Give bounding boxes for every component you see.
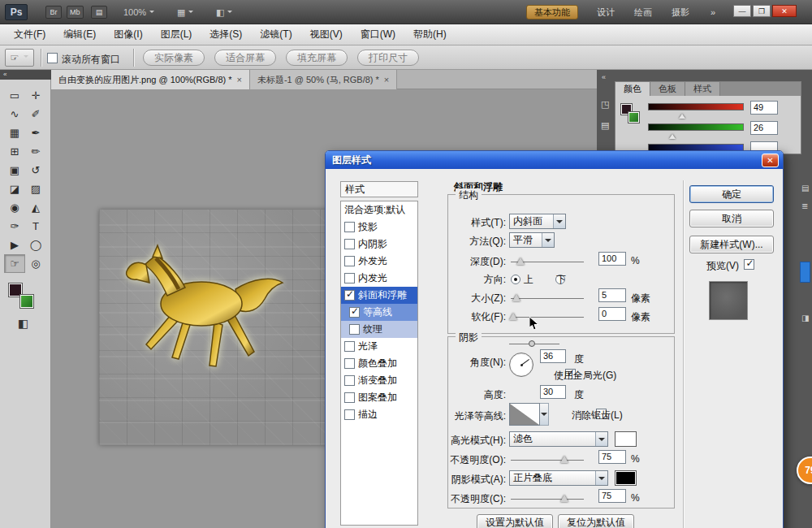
style-item-satin[interactable]: 光泽	[341, 338, 417, 355]
quick-selection-tool-icon[interactable]: ✐	[25, 105, 46, 123]
menu-window[interactable]: 窗口(W)	[352, 24, 404, 45]
menu-edit[interactable]: 编辑(E)	[54, 24, 105, 45]
zoom-level-dropdown[interactable]: 100%	[123, 7, 154, 17]
green-channel-slider[interactable]	[648, 123, 744, 131]
altitude-value-field[interactable]: 30	[540, 385, 566, 399]
dock-menu-icon[interactable]: ≣	[801, 201, 808, 210]
size-slider-handle[interactable]	[512, 294, 520, 301]
lasso-tool-icon[interactable]: ∿	[4, 105, 25, 123]
checkbox[interactable]	[344, 290, 355, 301]
bevel-style-dropdown[interactable]: 内斜面	[509, 214, 566, 229]
style-item-contour[interactable]: 等高线	[341, 304, 417, 321]
dodge-tool-icon[interactable]: ◭	[25, 198, 46, 217]
opacity2-value-field[interactable]: 75	[598, 489, 626, 503]
checkbox[interactable]	[344, 375, 355, 386]
fit-screen-button[interactable]: 适合屏幕	[214, 50, 276, 66]
workspace-overflow-chevron[interactable]: »	[703, 5, 723, 19]
move-tool-icon[interactable]: ✛	[25, 86, 46, 105]
active-dock-tab[interactable]	[800, 262, 810, 283]
soften-slider-handle[interactable]	[509, 313, 517, 320]
highlight-mode-dropdown[interactable]: 滤色	[509, 431, 608, 447]
menu-select[interactable]: 选择(S)	[201, 24, 251, 45]
adjustments-panel-icon[interactable]: ◳	[601, 99, 609, 110]
dialog-titlebar[interactable]: 图层样式	[326, 151, 783, 169]
depth-slider-handle[interactable]	[516, 258, 525, 265]
menu-image[interactable]: 图像(I)	[105, 24, 151, 45]
green-value-field[interactable]: 26	[750, 121, 778, 135]
clone-stamp-tool-icon[interactable]: ▣	[4, 161, 25, 180]
quick-mask-icon[interactable]: ◧	[18, 317, 28, 330]
guides-icon[interactable]: ▤	[91, 6, 107, 19]
panel-background-swatch[interactable]	[628, 111, 640, 123]
rect-marquee-tool-icon[interactable]: ▭	[4, 86, 25, 105]
gradient-tool-icon[interactable]: ▨	[25, 180, 46, 198]
menu-file[interactable]: 文件(F)	[5, 24, 54, 45]
soften-value-field[interactable]: 0	[598, 307, 626, 321]
zoom-tool-icon[interactable]: ◎	[25, 254, 46, 273]
menu-view[interactable]: 视图(V)	[301, 24, 352, 45]
workspace-photo-button[interactable]: 摄影	[664, 5, 697, 19]
depth-slider[interactable]	[511, 262, 584, 262]
preview-checkbox[interactable]	[744, 259, 754, 270]
crop-tool-icon[interactable]: ▦	[4, 123, 25, 142]
workspace-essentials-button[interactable]: 基本功能	[526, 5, 578, 19]
blur-tool-icon[interactable]: ◉	[4, 198, 25, 217]
checkbox[interactable]	[344, 409, 355, 420]
checkbox[interactable]	[349, 307, 360, 318]
eyedropper-tool-icon[interactable]: ✒	[25, 123, 46, 142]
dialog-close-button[interactable]: ✕	[762, 154, 779, 167]
style-item-bevel-emboss[interactable]: 斜面和浮雕	[341, 287, 417, 304]
path-selection-tool-icon[interactable]: ▶	[4, 236, 25, 254]
style-item-outer-glow[interactable]: 外发光	[341, 253, 417, 270]
gloss-contour-thumbnail[interactable]	[509, 403, 540, 426]
checkbox[interactable]	[349, 324, 360, 335]
type-tool-icon[interactable]: T	[25, 217, 46, 236]
arrange-documents-icon[interactable]: ▦	[177, 7, 193, 18]
document-tab-2[interactable]: 未标题-1 @ 50% (马, RGB/8) * ×	[250, 70, 397, 89]
minimize-button[interactable]: —	[733, 5, 751, 17]
close-button[interactable]: ✕	[772, 5, 797, 17]
menu-layer[interactable]: 图层(L)	[152, 24, 201, 45]
eraser-tool-icon[interactable]: ◪	[4, 180, 25, 198]
hand-tool-icon[interactable]: ☞	[4, 254, 25, 273]
cancel-button[interactable]: 取消	[689, 210, 774, 227]
close-icon[interactable]: ×	[384, 75, 389, 84]
menu-filter[interactable]: 滤镜(T)	[251, 24, 300, 45]
menu-help[interactable]: 帮助(H)	[404, 24, 456, 45]
style-item-texture[interactable]: 纹理	[341, 321, 417, 338]
tool-preset-picker[interactable]: ☞	[5, 49, 34, 67]
ok-button[interactable]: 确定	[689, 185, 774, 203]
actual-pixels-button[interactable]: 实际像素	[143, 50, 205, 66]
mini-bridge-icon[interactable]: Mb	[67, 6, 84, 19]
highlight-color-swatch[interactable]	[615, 431, 637, 447]
pen-tool-icon[interactable]: ✑	[4, 217, 25, 236]
checkbox[interactable]	[344, 358, 355, 369]
size-value-field[interactable]: 5	[598, 288, 626, 302]
brush-tool-icon[interactable]: ✏	[25, 142, 46, 161]
checkbox[interactable]	[344, 256, 355, 266]
fill-screen-button[interactable]: 填充屏幕	[286, 50, 348, 66]
drag-slider[interactable]	[509, 344, 559, 344]
drag-slider-handle[interactable]	[529, 340, 535, 347]
reset-default-button[interactable]: 复位为默认值	[558, 514, 634, 528]
document-image[interactable]	[99, 210, 327, 445]
checkbox[interactable]	[344, 341, 355, 352]
background-color-swatch[interactable]	[19, 294, 34, 309]
depth-value-field[interactable]: 100	[598, 252, 626, 266]
tools-collapse-bar[interactable]: «	[0, 70, 51, 80]
style-item-inner-shadow[interactable]: 内阴影	[341, 236, 417, 253]
style-item-color-overlay[interactable]: 颜色叠加	[341, 355, 417, 372]
shadow-color-swatch[interactable]	[615, 470, 637, 486]
style-item-gradient-overlay[interactable]: 渐变叠加	[341, 372, 417, 389]
shape-tool-icon[interactable]: ◯	[25, 236, 46, 254]
soften-slider[interactable]	[511, 317, 584, 318]
shadow-mode-dropdown[interactable]: 正片叠底	[509, 470, 608, 486]
style-item-pattern-overlay[interactable]: 图案叠加	[341, 389, 417, 406]
healing-brush-tool-icon[interactable]: ⊞	[4, 142, 25, 161]
tab-color[interactable]: 颜色	[615, 82, 650, 96]
opacity2-slider-handle[interactable]	[560, 495, 568, 502]
close-icon[interactable]: ×	[237, 75, 242, 84]
style-item-stroke[interactable]: 描边	[341, 406, 417, 423]
screen-mode-icon[interactable]: ◧	[216, 7, 232, 18]
style-item-blending-options[interactable]: 混合选项:默认	[341, 201, 417, 219]
